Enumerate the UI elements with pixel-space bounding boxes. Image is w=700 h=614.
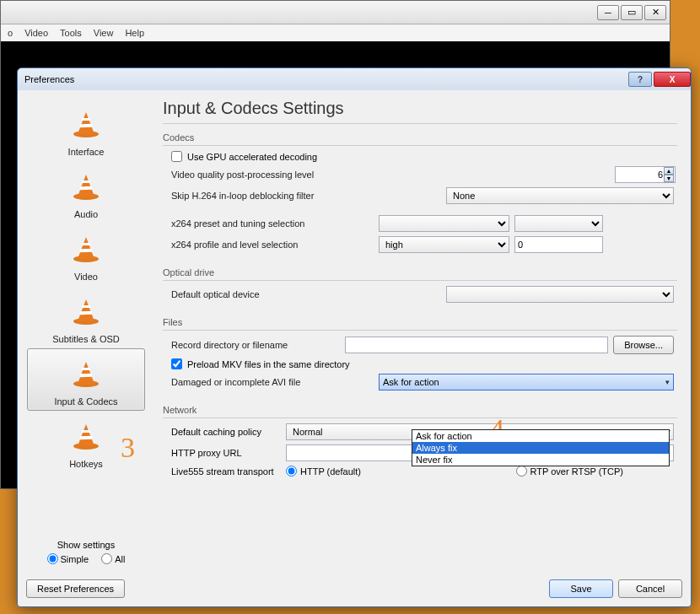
x264-profile-select[interactable]: high — [379, 236, 509, 253]
bg-menu-item[interactable]: Help — [125, 28, 144, 38]
bg-minimize-button[interactable]: ─ — [597, 5, 619, 20]
x264-profile-label: x264 profile and level selection — [171, 240, 374, 250]
bg-close-button[interactable]: ✕ — [644, 5, 666, 20]
default-optical-label: Default optical device — [171, 289, 441, 299]
bg-menubar: o Video Tools View Help — [1, 24, 670, 41]
cone-headphones-icon — [66, 167, 106, 207]
cone-keyboard-icon — [66, 417, 106, 457]
sidebar-item-label: Video — [74, 272, 98, 282]
dialog-footer: Reset Preferences Save Cancel — [18, 574, 691, 606]
skip-deblocking-select[interactable]: None — [446, 187, 674, 204]
record-dir-label: Record directory or filename — [171, 340, 340, 350]
cone-subtitle-icon — [66, 292, 106, 332]
preload-mkv-label: Preload MKV files in the same directory — [187, 359, 350, 369]
show-settings-group: Show settings Simple All — [27, 536, 145, 569]
x264-level-input[interactable] — [514, 236, 603, 253]
cone-gear-icon — [66, 354, 106, 395]
cone-glasses-icon — [66, 229, 106, 270]
radio-http[interactable] — [286, 466, 297, 477]
sidebar-item-label: Interface — [68, 147, 105, 157]
files-group: Files Record directory or filename Brows… — [163, 317, 677, 398]
sidebar-item-audio[interactable]: Audio — [27, 161, 145, 224]
x264-preset-label: x264 preset and tuning selection — [171, 218, 374, 229]
bg-titlebar: ─ ▭ ✕ — [1, 1, 670, 24]
cache-policy-label: Default caching policy — [171, 427, 281, 437]
group-title: Codecs — [163, 132, 677, 143]
optical-group: Optical drive Default optical device — [163, 267, 677, 310]
dropdown-option[interactable]: Ask for action — [412, 430, 669, 442]
bg-maximize-button[interactable]: ▭ — [621, 5, 643, 20]
bg-menu-item[interactable]: Video — [24, 28, 48, 38]
bg-menu-item[interactable]: Tools — [60, 28, 82, 38]
skip-deblocking-label: Skip H.264 in-loop deblocking filter — [171, 191, 441, 201]
group-title: Optical drive — [163, 267, 677, 277]
spin-down-icon[interactable]: ▼ — [664, 175, 674, 182]
preferences-dialog: Preferences ? X Interface Audio Video Su… — [17, 67, 692, 607]
dropdown-option[interactable]: Always fix — [412, 442, 669, 454]
show-settings-all[interactable]: All — [101, 553, 125, 564]
sidebar-item-input-codecs[interactable]: Input & Codecs — [27, 348, 145, 411]
live555-rtp-radio[interactable]: RTP over RTSP (TCP) — [516, 466, 623, 477]
dropdown-option[interactable]: Never fix — [412, 454, 669, 466]
dialog-help-button[interactable]: ? — [628, 72, 652, 87]
dialog-close-button[interactable]: X — [654, 72, 691, 87]
damaged-avi-value: Ask for action — [383, 377, 439, 387]
cancel-button[interactable]: Cancel — [618, 579, 682, 598]
sidebar-item-subtitles[interactable]: Subtitles & OSD — [27, 286, 145, 348]
damaged-avi-select[interactable]: Ask for action — [379, 374, 674, 390]
bg-menu-item[interactable]: View — [94, 28, 114, 38]
page-title: Input & Codecs Settings — [163, 99, 677, 118]
post-processing-label: Video quality post-processing level — [171, 170, 610, 180]
radio-simple[interactable] — [47, 553, 58, 564]
record-dir-input[interactable] — [345, 337, 608, 353]
codecs-group: Codecs Use GPU accelerated decoding Vide… — [163, 132, 677, 261]
default-optical-select[interactable] — [446, 286, 674, 303]
show-settings-simple[interactable]: Simple — [47, 553, 89, 564]
spinner-buttons[interactable]: ▲▼ — [664, 167, 674, 182]
group-title: Network — [163, 405, 677, 415]
gpu-decoding-checkbox[interactable] — [171, 151, 182, 162]
sidebar-item-label: Input & Codecs — [54, 396, 117, 407]
sidebar-item-video[interactable]: Video — [27, 224, 145, 286]
sidebar-item-label: Subtitles & OSD — [52, 334, 119, 344]
category-sidebar: Interface Audio Video Subtitles & OSD In… — [23, 95, 149, 569]
radio-all[interactable] — [101, 553, 112, 564]
x264-tuning-select[interactable] — [514, 215, 603, 232]
preload-mkv-checkbox[interactable] — [171, 358, 182, 369]
show-settings-title: Show settings — [30, 540, 142, 550]
live555-label: Live555 stream transport — [171, 466, 281, 477]
sidebar-item-label: Audio — [74, 209, 98, 219]
reset-preferences-button[interactable]: Reset Preferences — [26, 579, 125, 598]
browse-button[interactable]: Browse... — [613, 336, 674, 354]
radio-rtp[interactable] — [516, 466, 527, 477]
x264-preset-select[interactable] — [379, 215, 509, 232]
sidebar-item-label: Hotkeys — [69, 459, 103, 469]
save-button[interactable]: Save — [549, 579, 613, 598]
settings-panel: Input & Codecs Settings Codecs Use GPU a… — [154, 95, 686, 569]
live555-http-radio[interactable]: HTTP (default) — [286, 466, 361, 477]
spin-up-icon[interactable]: ▲ — [664, 167, 674, 175]
sidebar-item-interface[interactable]: Interface — [27, 99, 145, 161]
cone-icon — [66, 105, 106, 145]
damaged-avi-label: Damaged or incomplete AVI file — [171, 377, 374, 387]
group-title: Files — [163, 317, 677, 327]
bg-menu-item[interactable]: o — [8, 28, 13, 38]
gpu-decoding-label: Use GPU accelerated decoding — [187, 152, 317, 162]
proxy-url-label: HTTP proxy URL — [171, 448, 281, 458]
sidebar-item-hotkeys[interactable]: Hotkeys — [27, 411, 145, 473]
damaged-avi-dropdown-list[interactable]: Ask for action Always fix Never fix — [412, 429, 670, 466]
dialog-titlebar: Preferences ? X — [18, 68, 691, 90]
dialog-title: Preferences — [24, 74, 74, 84]
